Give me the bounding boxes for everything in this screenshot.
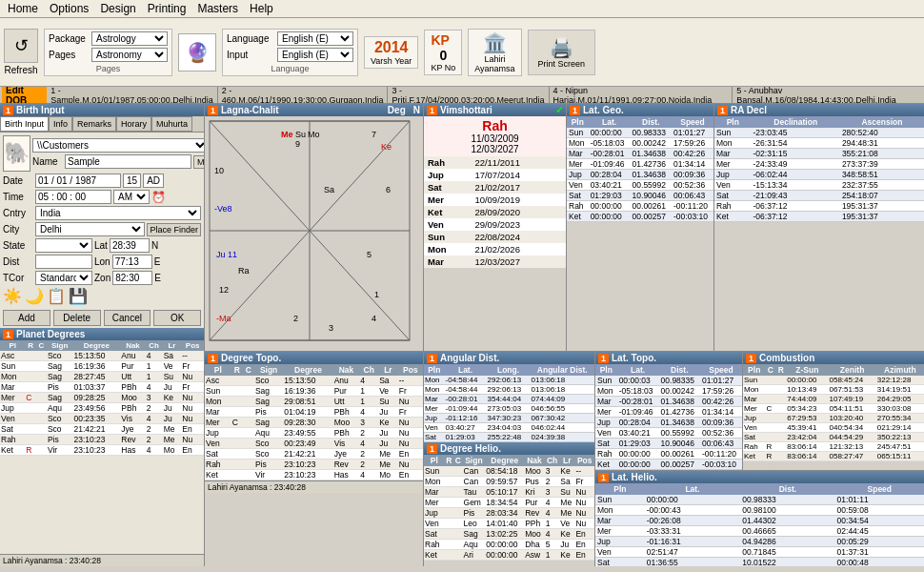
lat-label: Lat	[94, 240, 108, 251]
planet-col-ch: Ch	[146, 340, 163, 351]
menu-design[interactable]: Design	[100, 2, 135, 15]
dob-entry-1: 1 - Sample,M,01/01/1987,05:00:00,Delhi,I…	[50, 87, 218, 104]
ra-decl-row: Mer-24:33:49273:37:39	[714, 159, 924, 170]
birth-input-title: Birth Input	[16, 105, 65, 115]
menu-options[interactable]: Options	[50, 2, 89, 15]
print-button[interactable]: 🖨️ Print Screen	[528, 30, 596, 75]
ayanamsa-label: Ayanamsa	[474, 64, 514, 73]
tab-muhurta[interactable]: Muhurta	[151, 116, 192, 132]
vim-row: Mar12/03/2027	[424, 255, 566, 268]
ra-decl-row: Sat-21:09:43254:18:07	[714, 191, 924, 201]
zon-input[interactable]	[112, 271, 152, 285]
ra-decl-title: RA Decl	[731, 105, 767, 115]
menu-home[interactable]: Home	[8, 2, 38, 15]
deg-topo-row: SunSag16:19:36Pur1VeFr	[205, 386, 423, 397]
deg-helio-row: MonCan09:59:57Pus2SaFr	[424, 477, 594, 487]
time-input[interactable]	[35, 190, 111, 204]
angular-row: Jup-01:12:16347:30:23067:30:42	[424, 414, 594, 423]
lon-input[interactable]	[112, 255, 152, 269]
deg-topo-row: MerCSag09:28:30Moo3KeNu	[205, 418, 423, 428]
lat-input[interactable]	[110, 238, 150, 253]
input-select[interactable]: English (E)	[277, 48, 353, 62]
menu-help[interactable]: Help	[250, 2, 273, 15]
planet-row: AscSco15:13:50Anu4Sa--	[0, 351, 204, 361]
combustion-row: Sat23:42:04044:54:29350:22:13	[743, 433, 924, 442]
ampm-select[interactable]: AM	[113, 190, 150, 204]
edit-dob-button[interactable]: Edit DOB	[2, 87, 47, 104]
pages-select[interactable]: Astronomy	[91, 48, 168, 62]
svg-text:7: 7	[372, 130, 376, 139]
lat-geo-row: Ket00:00:0000.00257-00:03:10	[567, 212, 713, 222]
birth-input-header: 1 Birth Input	[0, 104, 204, 116]
svg-text:Me: Me	[281, 130, 293, 139]
lat-topo-row: Ket00:00:0000.00257-00:03:10	[595, 460, 742, 470]
planet-row: MarPis01:03:37PBh4JuFr	[0, 382, 204, 393]
deg-helio-num: 1	[427, 444, 437, 454]
name-input[interactable]	[65, 154, 191, 169]
vim-table: Rah22/11/2011Jup17/07/2014Sat21/02/2017M…	[424, 156, 566, 268]
language-select[interactable]: English (E)	[277, 31, 353, 46]
planet-degrees-header: 1 Planet Degrees	[0, 328, 204, 340]
city-label: City	[3, 224, 33, 235]
dob-entry-4: 4 - Nipun Harjai,M,01/11/1991,09:27:00,N…	[553, 87, 733, 104]
dob-entry-3: 3 - Priti,F,17/04/2000,03:20:00,Meerut,I…	[392, 87, 549, 104]
lagna-num: 1	[208, 106, 218, 115]
menu-masters[interactable]: Masters	[197, 2, 238, 15]
tab-remarks[interactable]: Remarks	[72, 116, 116, 132]
planet-row: KetRVir23:10:23Has4MoEn	[0, 445, 204, 456]
vim-row: Ven29/09/2023	[424, 218, 566, 231]
lat-helio-num: 1	[598, 473, 609, 482]
name-m-button[interactable]: M	[193, 155, 205, 169]
package-select[interactable]: Astrology	[91, 31, 168, 46]
add-button[interactable]: Add	[3, 310, 50, 326]
planet-row: RahPis23:10:23Rev2MeNu	[0, 435, 204, 445]
name-select[interactable]: \\Customers	[32, 138, 205, 153]
planet-col-nak: Nak	[120, 340, 145, 351]
ok-button[interactable]: OK	[153, 310, 201, 326]
planet-row: MonSag28:27:45Utt1SuNu	[0, 372, 204, 382]
lat-helio-row: Mar-00:26:0801.4430200:34:54	[595, 516, 924, 526]
deg-topo-row: KetVir23:10:23Has4MoEn	[205, 470, 423, 480]
refresh-icon[interactable]: ↺	[4, 29, 38, 63]
lat-geo-row: Mar-00:28:0101.3463800:42:26	[567, 149, 713, 159]
svg-text:5: 5	[367, 250, 372, 259]
lat-dir: N	[151, 240, 158, 251]
vim-date2: 12/03/2027	[426, 144, 564, 154]
package-label: Package	[49, 33, 89, 44]
planet-col-sign: Sign	[47, 340, 72, 351]
cntry-select[interactable]: India	[35, 206, 201, 220]
state-label: State	[3, 240, 33, 251]
vim-title: Vimshottari	[440, 105, 492, 115]
angular-row: Mon-04:58:44292:06:13013:06:18	[424, 376, 594, 385]
planet-col-r: R	[25, 340, 36, 351]
place-finder-button[interactable]: Place Finder	[147, 223, 201, 236]
angular-table: Pln Lat. Long. Angular Dist. Mon-04:58:4…	[424, 364, 594, 442]
svg-text:9: 9	[295, 139, 300, 149]
deg-helio-title: Degree Helio.	[440, 443, 501, 454]
delete-button[interactable]: Delete	[53, 310, 101, 326]
dist-label: Dist	[3, 256, 33, 267]
lat-topo-num: 1	[598, 354, 609, 363]
varsh-label: Varsh Year	[371, 56, 412, 66]
dist-input[interactable]	[35, 255, 92, 269]
age-value: 15	[123, 174, 141, 188]
pages-label: Pages	[49, 50, 89, 60]
date-input[interactable]	[35, 174, 121, 188]
city-select[interactable]: Delhi	[35, 222, 145, 236]
tcor-select[interactable]: Standard	[35, 271, 92, 285]
combustion-row: RahR83:06:14121:32:13245:47:51	[743, 442, 924, 452]
menu-printing[interactable]: Printing	[148, 2, 187, 15]
deg-topo-table: Pl R C Sign Degree Nak Ch Lr Pos AscSco1…	[205, 364, 423, 480]
lat-helio-row: Mer-03:33:3100.4666502:44:45	[595, 526, 924, 537]
combustion-header: 1 Combustion	[743, 352, 924, 364]
tab-info[interactable]: Info	[49, 116, 72, 132]
tab-horary[interactable]: Horary	[116, 116, 151, 132]
deg-helio-row: SunCan08:54:18Moo3Ke--	[424, 466, 594, 477]
lat-topo-header: 1 Lat. Topo.	[595, 352, 742, 364]
deg-topo-row: RahPis23:10:23Rev2MeNu	[205, 460, 423, 470]
tab-birth-input[interactable]: Birth Input	[0, 116, 49, 132]
cancel-button[interactable]: Cancel	[104, 310, 151, 326]
refresh-label[interactable]: Refresh	[4, 65, 37, 75]
state-select[interactable]	[35, 238, 92, 253]
svg-text:1: 1	[374, 290, 379, 299]
